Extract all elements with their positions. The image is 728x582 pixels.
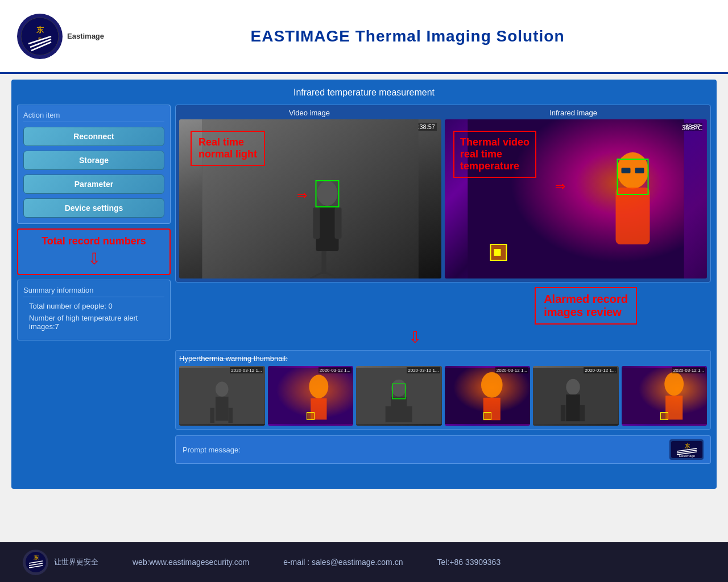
summary-alert-images: Number of high temperature alert images:… xyxy=(23,314,164,331)
thumbnail-6[interactable]: 2020-03-12 1... xyxy=(622,366,708,426)
thumb-6-timestamp: 2020-03-12 1... xyxy=(672,367,705,373)
action-item-label: Action item xyxy=(23,111,164,122)
main-title: Infrared temperature measurement xyxy=(17,85,711,100)
footer: 东 让世界更安全 web:www.eastimagesecurity.com e… xyxy=(0,542,728,582)
video-thermal-feed: 2020-03-12 14:38:57 xyxy=(445,119,707,278)
svg-rect-29 xyxy=(229,408,233,423)
svg-rect-27 xyxy=(216,397,229,421)
svg-point-35 xyxy=(391,380,406,397)
alarmed-section: Alarmed record images review ⇩ Hyperther… xyxy=(175,287,711,485)
thumb-3-timestamp: 2020-03-12 1... xyxy=(407,367,440,373)
summary-total-people: Total number of people: 0 xyxy=(23,302,164,310)
video-row: Video image Infrared image 2020-03-12 14… xyxy=(175,105,711,282)
prompt-bar: Prompt message: 东 Eastimage xyxy=(175,435,711,464)
svg-rect-28 xyxy=(210,408,215,423)
thumb-5-timestamp: 2020-03-12 1... xyxy=(584,367,617,373)
svg-point-51 xyxy=(664,372,684,396)
svg-rect-19 xyxy=(616,188,650,244)
thumbnail-1[interactable]: 2020-03-12 1... xyxy=(179,366,265,426)
thumbnail-3[interactable]: 2020-03-12 1... xyxy=(356,366,442,426)
total-record-label: Total record numbers xyxy=(24,235,164,247)
svg-rect-47 xyxy=(561,405,565,421)
svg-rect-10 xyxy=(313,207,320,239)
svg-rect-21 xyxy=(622,168,631,173)
footer-web: web:www.eastimagesecurity.com xyxy=(133,558,249,567)
temp-badge: 36.8℃ xyxy=(682,124,702,132)
thumbnails-label: Hyperthermia warning thumbnail: xyxy=(179,354,707,363)
logo-area: 东 ® Eastimage xyxy=(17,14,104,59)
thumbnails-section: Hyperthermia warning thumbnail: 2 xyxy=(175,350,711,430)
video-feeds: 2020-03-12 14:38:57 xyxy=(179,119,707,278)
svg-point-8 xyxy=(317,181,338,206)
prompt-logo: 东 Eastimage xyxy=(669,439,704,460)
video-normal-label: Video image xyxy=(289,109,330,117)
logo-text: Eastimage xyxy=(67,32,104,40)
svg-rect-38 xyxy=(407,406,412,422)
svg-text:Eastimage: Eastimage xyxy=(679,454,695,458)
normal-light-label: Real time normal light xyxy=(191,131,265,166)
action-item-box: Action item Reconnect Storage Parameter … xyxy=(17,105,171,224)
svg-rect-36 xyxy=(391,397,407,422)
thumb-6-icon xyxy=(660,412,668,420)
svg-text:东: 东 xyxy=(684,443,690,449)
logo-icon: 东 ® xyxy=(17,14,63,59)
thumbnails-row: 2020-03-12 1... xyxy=(179,366,707,426)
svg-point-45 xyxy=(566,379,580,395)
content-row: Action item Reconnect Storage Parameter … xyxy=(17,105,711,485)
svg-rect-22 xyxy=(635,168,644,173)
total-record-arrow: ⇩ xyxy=(24,250,164,268)
video-normal-feed: 2020-03-12 14:38:57 xyxy=(179,119,441,278)
svg-rect-11 xyxy=(335,207,342,239)
thumbnail-5[interactable]: 2020-03-12 1... xyxy=(533,366,619,426)
thumb-4-timestamp: 2020-03-12 1... xyxy=(495,367,528,373)
parameter-button[interactable]: Parameter xyxy=(23,174,164,194)
footer-email: e-mail : sales@eastimage.com.cn xyxy=(283,558,403,567)
thermal-label: Thermal video real time temperature xyxy=(453,131,536,178)
thumb-2-timestamp: 2020-03-12 1... xyxy=(318,367,351,373)
device-settings-button[interactable]: Device settings xyxy=(23,198,164,218)
main-content: Infrared temperature measurement Action … xyxy=(11,80,717,489)
storage-button[interactable]: Storage xyxy=(23,151,164,170)
svg-point-32 xyxy=(309,375,328,398)
svg-rect-46 xyxy=(566,394,580,421)
video-thermal-label: Infrared image xyxy=(549,109,597,117)
thumbnail-2[interactable]: 2020-03-12 1... xyxy=(268,366,354,426)
left-panel: Action item Reconnect Storage Parameter … xyxy=(17,105,171,485)
footer-logo: 东 让世界更安全 xyxy=(23,550,98,575)
header: 东 ® Eastimage EASTIMAGE Thermal Imaging … xyxy=(0,0,728,74)
footer-tel: Tel:+86 33909363 xyxy=(437,558,500,567)
footer-slogan: 让世界更安全 xyxy=(54,557,98,567)
svg-rect-48 xyxy=(580,405,585,421)
svg-point-26 xyxy=(216,382,229,397)
svg-text:东: 东 xyxy=(33,554,39,560)
prompt-message-label: Prompt message: xyxy=(183,446,241,454)
thumb-1-timestamp: 2020-03-12 1... xyxy=(230,367,263,373)
thermal-arrow-right: ⇒ xyxy=(555,179,565,194)
alarmed-arrow: ⇩ xyxy=(175,328,654,347)
video-row-header: Video image Infrared image xyxy=(179,109,707,117)
alarmed-label-box: Alarmed record images review xyxy=(535,287,637,325)
thumb-2-icon xyxy=(307,412,315,420)
svg-rect-13 xyxy=(322,251,326,274)
thumbnail-4[interactable]: 2020-03-12 1... xyxy=(445,366,531,426)
header-title: EASTIMAGE Thermal Imaging Solution xyxy=(104,27,711,45)
svg-rect-24 xyxy=(494,249,501,256)
svg-rect-37 xyxy=(386,406,391,422)
normal-arrow-right: ⇒ xyxy=(297,188,307,203)
footer-logo-icon: 东 xyxy=(23,550,48,575)
svg-point-42 xyxy=(481,372,502,398)
svg-text:东: 东 xyxy=(36,26,44,34)
summary-box: Summary information Total number of peop… xyxy=(17,280,171,340)
right-panel: Video image Infrared image 2020-03-12 14… xyxy=(175,105,711,485)
summary-label: Summary information xyxy=(23,286,164,297)
reconnect-button[interactable]: Reconnect xyxy=(23,127,164,146)
total-record-box: Total record numbers ⇩ xyxy=(17,228,171,275)
thumb-4-icon xyxy=(483,412,491,420)
